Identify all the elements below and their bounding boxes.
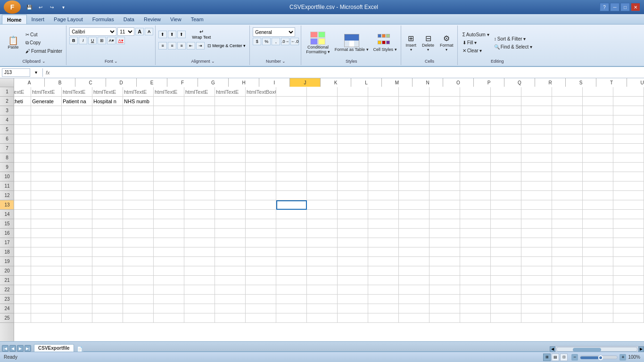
cell-E8[interactable] <box>123 153 154 163</box>
cell-Q2[interactable] <box>491 97 521 106</box>
cell-J14[interactable] <box>276 210 307 219</box>
cell-K22[interactable] <box>307 285 338 295</box>
cell-E16[interactable] <box>123 229 154 238</box>
cell-J25[interactable] <box>276 313 307 323</box>
fill-color-btn[interactable]: A▾ <box>107 37 116 44</box>
cell-T25[interactable] <box>583 313 613 323</box>
cell-I8[interactable] <box>246 153 276 163</box>
cell-I7[interactable] <box>246 144 276 153</box>
cell-N11[interactable] <box>399 181 429 191</box>
col-header-I[interactable]: I <box>259 78 290 87</box>
cell-K9[interactable] <box>307 163 338 172</box>
cell-O12[interactable] <box>429 191 460 200</box>
cell-E3[interactable] <box>123 106 154 115</box>
cell-R11[interactable] <box>521 181 552 191</box>
cell-F15[interactable] <box>154 219 184 229</box>
cell-C23[interactable] <box>62 295 92 304</box>
cell-H2[interactable] <box>215 97 246 106</box>
cell-A6[interactable] <box>14 134 31 144</box>
cell-J3[interactable] <box>276 106 307 115</box>
col-header-A[interactable]: A <box>14 78 45 87</box>
cell-A23[interactable] <box>14 295 31 304</box>
scroll-right-btn[interactable]: ▶ <box>638 346 644 352</box>
row-header-25[interactable]: 25 <box>0 313 14 323</box>
cell-K6[interactable] <box>307 134 338 144</box>
cell-I10[interactable] <box>246 172 276 181</box>
cell-N15[interactable] <box>399 219 429 229</box>
cell-N14[interactable] <box>399 210 429 219</box>
fill-button[interactable]: ⬇ Fill ▾ <box>461 39 491 46</box>
prev-sheet-btn[interactable]: ◀ <box>9 345 16 352</box>
cell-J24[interactable] <box>276 304 307 313</box>
cell-N19[interactable] <box>399 257 429 266</box>
cell-A2[interactable]: Anestheti <box>14 97 31 106</box>
cell-P8[interactable] <box>460 153 491 163</box>
cell-L20[interactable] <box>338 266 368 276</box>
cell-C21[interactable] <box>62 276 92 285</box>
cell-F6[interactable] <box>154 134 184 144</box>
cell-J16[interactable] <box>276 229 307 238</box>
row-header-22[interactable]: 22 <box>0 285 14 295</box>
cell-L8[interactable] <box>338 153 368 163</box>
cell-L1[interactable] <box>338 87 368 97</box>
autosum-button[interactable]: Σ AutoSum ▾ <box>461 31 491 38</box>
cell-N17[interactable] <box>399 238 429 247</box>
cell-P1[interactable] <box>460 87 491 97</box>
cell-E10[interactable] <box>123 172 154 181</box>
cell-D11[interactable] <box>92 181 123 191</box>
cell-M1[interactable] <box>368 87 399 97</box>
cell-J7[interactable] <box>276 144 307 153</box>
copy-button[interactable]: ⧉ Copy <box>24 39 64 47</box>
cell-S10[interactable] <box>552 172 583 181</box>
row-header-21[interactable]: 21 <box>0 276 14 285</box>
paste-button[interactable]: 📋 Paste <box>4 35 23 51</box>
cell-U2[interactable] <box>613 97 644 106</box>
cell-C14[interactable] <box>62 210 92 219</box>
tab-view[interactable]: View <box>165 15 186 24</box>
cell-U25[interactable] <box>613 313 644 323</box>
cell-H16[interactable] <box>215 229 246 238</box>
cell-U18[interactable] <box>613 247 644 257</box>
cell-N24[interactable] <box>399 304 429 313</box>
cell-U17[interactable] <box>613 238 644 247</box>
format-as-table-button[interactable]: Format as Table ▾ <box>333 30 371 56</box>
cell-Q12[interactable] <box>491 191 521 200</box>
cell-P18[interactable] <box>460 247 491 257</box>
cell-A19[interactable] <box>14 257 31 266</box>
cell-R19[interactable] <box>521 257 552 266</box>
cell-H21[interactable] <box>215 276 246 285</box>
cell-N2[interactable] <box>399 97 429 106</box>
cell-F2[interactable] <box>154 97 184 106</box>
cell-O18[interactable] <box>429 247 460 257</box>
cell-I15[interactable] <box>246 219 276 229</box>
cell-G6[interactable] <box>184 134 215 144</box>
cell-M25[interactable] <box>368 313 399 323</box>
cell-T13[interactable] <box>583 200 613 210</box>
col-header-Q[interactable]: Q <box>504 78 535 87</box>
cell-I18[interactable] <box>246 247 276 257</box>
cell-G9[interactable] <box>184 163 215 172</box>
row-header-15[interactable]: 15 <box>0 219 14 229</box>
cell-S5[interactable] <box>552 125 583 134</box>
cell-D15[interactable] <box>92 219 123 229</box>
decrease-font-btn[interactable]: A <box>145 28 153 35</box>
cell-U23[interactable] <box>613 295 644 304</box>
cell-Q16[interactable] <box>491 229 521 238</box>
cell-P9[interactable] <box>460 163 491 172</box>
cell-J10[interactable] <box>276 172 307 181</box>
cell-S7[interactable] <box>552 144 583 153</box>
cell-H9[interactable] <box>215 163 246 172</box>
cell-J19[interactable] <box>276 257 307 266</box>
cell-U12[interactable] <box>613 191 644 200</box>
bold-button[interactable]: B <box>69 37 78 44</box>
help-window-btn[interactable]: ? <box>600 3 609 11</box>
last-sheet-btn[interactable]: ▶| <box>25 345 31 352</box>
cell-R5[interactable] <box>521 125 552 134</box>
align-left-btn[interactable]: ≡ <box>158 42 167 49</box>
cell-E24[interactable] <box>123 304 154 313</box>
cell-R12[interactable] <box>521 191 552 200</box>
cell-O1[interactable] <box>429 87 460 97</box>
cell-R14[interactable] <box>521 210 552 219</box>
cell-P4[interactable] <box>460 115 491 125</box>
cell-T23[interactable] <box>583 295 613 304</box>
